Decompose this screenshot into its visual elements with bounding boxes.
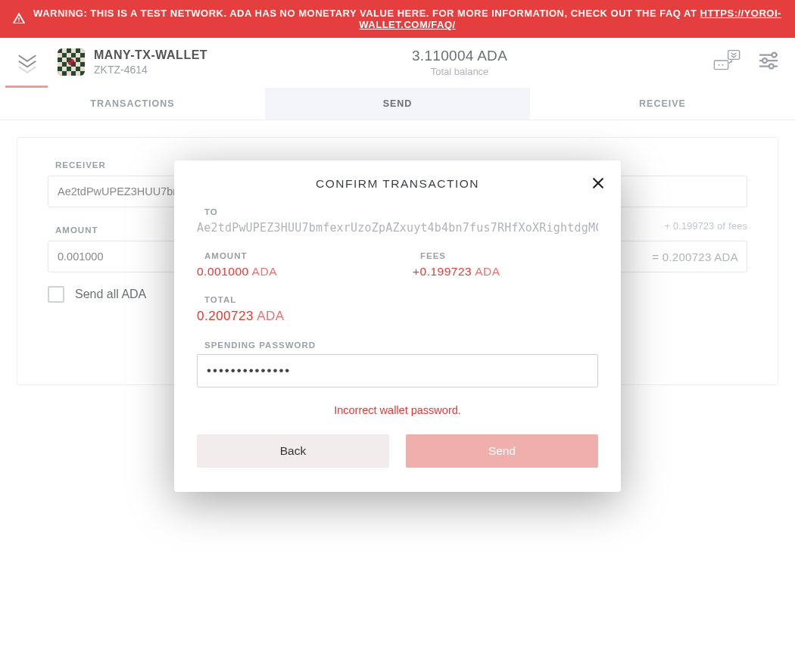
password-error-message: Incorrect wallet password. — [197, 404, 598, 416]
modal-title: CONFIRM TRANSACTION — [197, 177, 598, 191]
confirm-transaction-modal: CONFIRM TRANSACTION TO Ae2tdPwUPEZ3HUU7b… — [174, 160, 621, 492]
modal-amount-value: 0.001000 ADA — [197, 265, 382, 278]
modal-total-label: TOTAL — [204, 295, 598, 304]
send-button[interactable]: Send — [406, 434, 598, 468]
to-address: Ae2tdPwUPEZ3HUU7bmfexrUzoZpAZxuyt4b4bn7f… — [197, 221, 598, 235]
modal-fees-value: +0.199723 ADA — [413, 265, 598, 278]
back-button[interactable]: Back — [197, 434, 389, 468]
confirm-transaction-modal-backdrop: CONFIRM TRANSACTION TO Ae2tdPwUPEZ3HUU7b… — [0, 0, 795, 672]
spending-password-label: SPENDING PASSWORD — [204, 341, 598, 350]
spending-password-input[interactable] — [197, 354, 598, 387]
modal-fees-label: FEES — [420, 251, 598, 260]
to-label: TO — [204, 207, 598, 216]
close-icon[interactable] — [588, 173, 609, 194]
modal-amount-label: AMOUNT — [204, 251, 382, 260]
modal-total-value: 0.200723 ADA — [197, 309, 598, 324]
